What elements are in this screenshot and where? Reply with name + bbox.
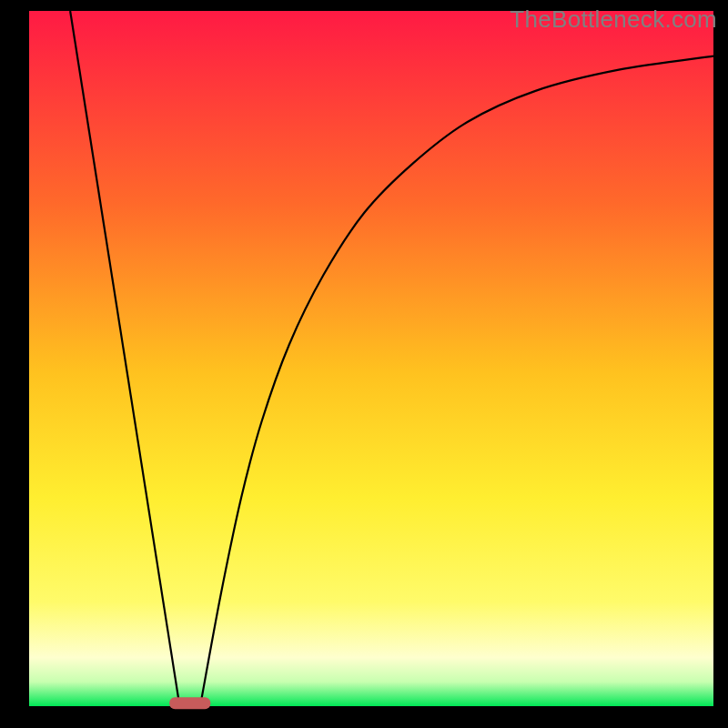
valley-marker <box>169 697 210 709</box>
plot-background <box>29 11 713 706</box>
watermark-text: TheBottleneck.com <box>510 5 717 34</box>
bottleneck-chart <box>0 0 728 728</box>
chart-frame: TheBottleneck.com <box>0 0 728 728</box>
